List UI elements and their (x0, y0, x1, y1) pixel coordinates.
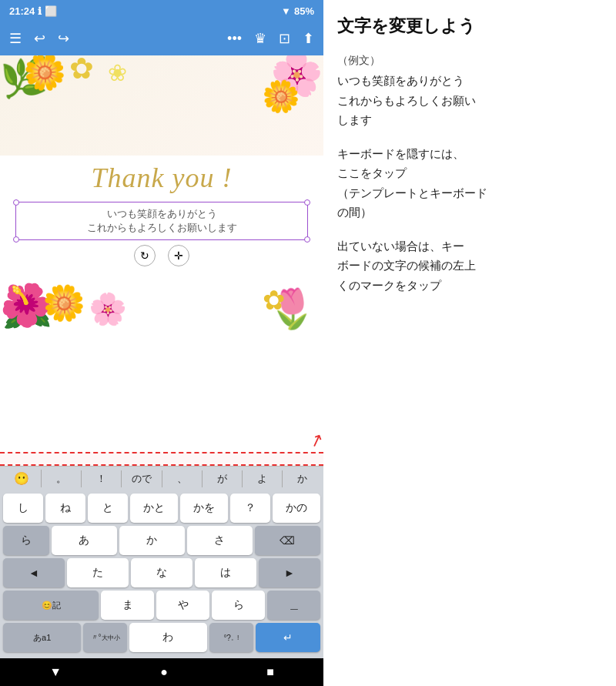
section2-text: キーボードを隠すには、ここをタップ（テンプレートとキーボードの間） (337, 144, 602, 223)
instruction-section-1: （例文） いつも笑顔をありがとうこれからもよろしくお願いします (337, 52, 602, 130)
corner-handle-bl[interactable] (13, 236, 19, 243)
corner-handle-tl[interactable] (13, 199, 19, 206)
keyboard-row-4: 😊記 ま や ら ＿ (2, 591, 322, 620)
keyboard: し ね と かと かを ？ かの ら あ か さ ⌫ ◄ た な は ► 😊記 … (0, 490, 323, 658)
menu-icon[interactable]: ☰ (9, 30, 22, 47)
key-na[interactable]: な (131, 558, 192, 587)
key-a[interactable]: あ (52, 526, 117, 555)
flower-yellow-bottom: 🌼 (42, 283, 85, 323)
sim-icon: ⬜ (45, 5, 57, 17)
status-time: 21:24 (9, 5, 35, 17)
flower-bottom-decoration: 🌺 🌼 🌸 🌷 ✿ (0, 269, 323, 331)
flower-yellow-right-icon: 🌼 (262, 79, 300, 115)
handle-bar: ↻ ✛ (134, 245, 189, 266)
status-bar: 21:24 ℹ ⬜ ▼ 85% (0, 0, 323, 22)
flower-top-decoration: 🌿 🌼 ✿ ❀ 🌸 🌼 (0, 55, 323, 156)
keyboard-row-3: ◄ た な は ► (2, 558, 322, 587)
section3-text: 出ていない場合は、キーボードの文字の候補の左上くのマークをタップ (337, 236, 602, 296)
key-ra[interactable]: ら (212, 591, 265, 620)
suggestion-yo[interactable]: よ (243, 470, 283, 487)
section1-label: （例文） (337, 52, 602, 70)
phone-panel: 21:24 ℹ ⬜ ▼ 85% ☰ ↩ ↪ ••• ♛ ⊡ ⬆ 🌿 🌼 ✿ ❀ … (0, 0, 323, 686)
nav-back[interactable]: ▼ (49, 665, 62, 679)
instruction-section-2: キーボードを隠すには、ここをタップ（テンプレートとキーボードの間） (337, 144, 602, 223)
key-ya[interactable]: や (156, 591, 209, 620)
key-ha[interactable]: は (195, 558, 256, 587)
key-ta[interactable]: た (67, 558, 129, 587)
flower-yellow-icon: 🌼 (23, 55, 66, 92)
template-area: 🌿 🌼 ✿ ❀ 🌸 🌼 Thank you ! いつも笑顔をありがとう これから… (0, 55, 323, 452)
keyboard-row-1: し ね と かと かを ？ かの (2, 494, 322, 523)
nav-bar: ▼ ● ■ (0, 658, 323, 686)
key-right-arrow[interactable]: ► (259, 558, 320, 587)
wifi-icon: ▼ (281, 5, 291, 17)
suggestion-period[interactable]: 。 (42, 470, 82, 487)
key-backspace[interactable]: ⌫ (255, 526, 320, 555)
keyboard-hide-zone[interactable]: ↗ (0, 452, 323, 466)
text-box[interactable]: いつも笑顔をありがとう これからもよろしくお願いします (15, 202, 308, 240)
keyboard-row-5: あa1 〃°大中小 わ °?。! ↵ (2, 623, 322, 652)
move-handle[interactable]: ✛ (168, 245, 189, 266)
key-ma[interactable]: ま (101, 591, 154, 620)
rotate-handle[interactable]: ↻ (134, 245, 156, 266)
key-sa[interactable]: さ (187, 526, 253, 555)
corner-handle-tr[interactable] (304, 199, 310, 206)
instruction-section-3: 出ていない場合は、キーボードの文字の候補の左上くのマークをタップ (337, 236, 602, 296)
suggestion-ka[interactable]: か (283, 470, 322, 487)
key-dakuten[interactable]: 〃°大中小 (83, 623, 126, 652)
key-to[interactable]: と (88, 494, 128, 523)
text-line2: これからもよろしくお願いします (24, 221, 300, 235)
key-question[interactable]: ？ (230, 494, 270, 523)
key-back[interactable]: ら (3, 526, 49, 555)
flower-daisy-bottom: ✿ (263, 285, 285, 316)
key-shi[interactable]: し (3, 494, 43, 523)
key-kato[interactable]: かと (130, 494, 178, 523)
more-icon[interactable]: ••• (227, 31, 242, 47)
undo-icon[interactable]: ↩ (34, 30, 45, 47)
share-icon[interactable]: ⬆ (303, 30, 314, 47)
key-wa[interactable]: わ (129, 623, 207, 652)
key-space-line[interactable]: ＿ (267, 591, 320, 620)
thank-you-text: Thank you ! (92, 162, 233, 194)
key-enter[interactable]: ↵ (256, 623, 321, 652)
suggestion-exclaim[interactable]: ！ (82, 470, 122, 487)
text-line1: いつも笑顔をありがとう (24, 207, 300, 221)
nav-recent[interactable]: ■ (266, 665, 274, 679)
key-ne[interactable]: ね (45, 494, 85, 523)
key-left-arrow[interactable]: ◄ (3, 558, 65, 587)
info-icon: ℹ (38, 5, 42, 17)
flower-small-icon: ❀ (108, 59, 127, 86)
key-kano[interactable]: かの (273, 494, 320, 523)
key-ka[interactable]: か (119, 526, 185, 555)
key-emoji[interactable]: 😊記 (3, 591, 99, 620)
image-icon[interactable]: ⊡ (279, 30, 290, 47)
redo-icon[interactable]: ↪ (58, 30, 69, 47)
suggestion-ga[interactable]: が (203, 470, 243, 487)
toolbar: ☰ ↩ ↪ ••• ♛ ⊡ ⬆ (0, 22, 323, 55)
crown-icon[interactable]: ♛ (254, 30, 266, 47)
instruction-title: 文字を変更しよう (337, 15, 602, 38)
keyboard-suggestion-row: 😶 。 ！ ので 、 が よ か (0, 466, 323, 490)
keyboard-row-2: ら あ か さ ⌫ (2, 526, 322, 555)
corner-handle-br[interactable] (304, 236, 310, 243)
section1-text: いつも笑顔をありがとうこれからもよろしくお願いします (337, 71, 602, 130)
flower-mimosa-icon: ✿ (69, 55, 94, 85)
instruction-panel: 文字を変更しよう （例文） いつも笑顔をありがとうこれからもよろしくお願いします… (323, 0, 616, 686)
key-mode-switch[interactable]: あa1 (3, 623, 81, 652)
nav-home[interactable]: ● (160, 665, 168, 679)
suggestion-node[interactable]: ので (122, 470, 162, 487)
battery-label: 85% (294, 5, 314, 17)
key-punctuation[interactable]: °?。! (209, 623, 253, 652)
suggestion-face[interactable]: 😶 (2, 470, 42, 487)
key-kawo[interactable]: かを (180, 494, 228, 523)
suggestion-comma[interactable]: 、 (162, 470, 203, 487)
flower-pink-bottom-center: 🌸 (89, 291, 127, 327)
